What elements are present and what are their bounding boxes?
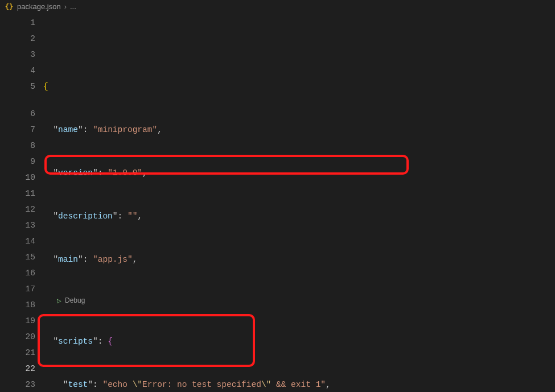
line-number: 1 [0,15,35,31]
code-line: { [43,79,555,94]
line-number: 22 [0,361,35,377]
code-line: "version": "1.0.0", [43,165,555,181]
line-number: 2 [0,31,35,47]
line-number: 16 [0,265,35,281]
line-number: 18 [0,297,35,313]
line-number: 12 [0,201,35,217]
code-line: "name": "miniprogram", [43,122,555,138]
line-number: 9 [0,154,35,170]
play-icon: ▷ [57,298,61,304]
line-number: 17 [0,281,35,297]
line-number: 10 [0,170,35,185]
line-number: 21 [0,345,35,361]
line-number: 14 [0,233,35,249]
line-number: 7 [0,122,35,138]
code-line: "main": "app.js", [43,251,555,267]
code-editor[interactable]: 1 2 3 4 5 6 7 8 9 10 11 12 13 14 15 16 1… [0,14,555,392]
codelens-debug[interactable]: ▷Debug [43,295,555,306]
line-number: 4 [0,63,35,79]
code-area[interactable]: { "name": "miniprogram", "version": "1.0… [35,14,555,392]
breadcrumb-filename: package.json [17,2,61,11]
code-line: "description": "", [43,208,555,224]
line-number: 11 [0,185,35,201]
breadcrumb[interactable]: {} package.json › ... [0,0,555,14]
line-number: 19 [0,313,35,329]
line-number: 13 [0,217,35,233]
line-number: 23 [0,377,35,392]
json-file-icon: {} [5,2,14,11]
chevron-right-icon: › [64,2,67,11]
line-number: 5 [0,79,35,94]
line-number: 6 [0,106,35,122]
line-number-gutter: 1 2 3 4 5 6 7 8 9 10 11 12 13 14 15 16 1… [0,14,35,392]
line-number: 8 [0,138,35,154]
breadcrumb-tail: ... [70,2,76,11]
line-number: 15 [0,249,35,265]
line-number: 3 [0,47,35,63]
code-line: "scripts": { [43,333,555,349]
code-line: "test": "echo \"Error: no test specified… [43,377,555,392]
line-number: 20 [0,329,35,345]
